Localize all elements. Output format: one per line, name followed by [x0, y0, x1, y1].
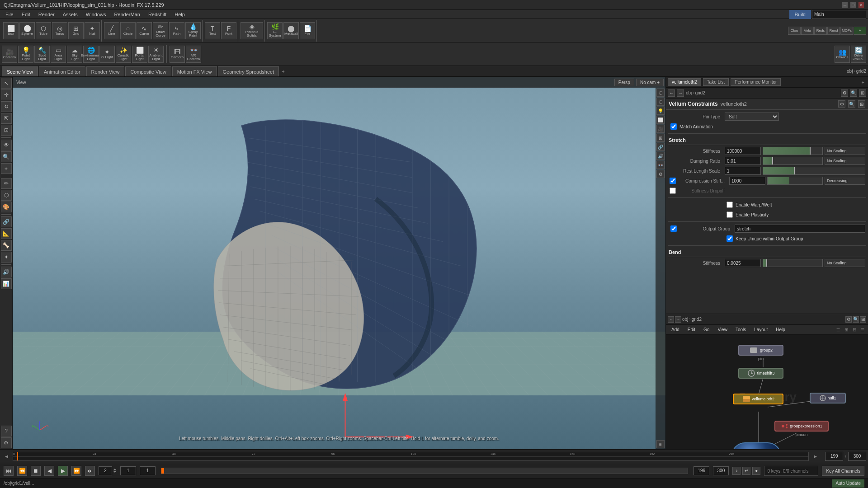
l-system-tool[interactable]: 🌿L-System	[267, 22, 283, 39]
frame-up-btn[interactable]	[113, 469, 117, 470]
vp-cam-btn[interactable]: 🎥	[656, 125, 665, 133]
match-animation-checkbox[interactable]	[670, 123, 677, 130]
rp-tab-take-list[interactable]: Take List	[703, 78, 729, 86]
main-dropdown[interactable]: Main	[812, 10, 866, 19]
compression-stiff-checkbox[interactable]	[670, 178, 676, 184]
stiffness-scaling[interactable]: No Scaling	[825, 147, 865, 155]
tube-tool[interactable]: ⬡Tube	[36, 22, 51, 39]
key-all-channels-btn[interactable]: Key All Channels	[822, 466, 864, 476]
mops-tab[interactable]: MOPs	[840, 27, 853, 35]
vellum-settings-btn[interactable]: ⚙	[838, 100, 845, 108]
pose-tool[interactable]: 🦴	[1, 240, 12, 251]
menu-renderman[interactable]: RenderMan	[110, 10, 143, 19]
sky-light-btn[interactable]: ☁Sky Light	[67, 46, 82, 63]
area-light-btn[interactable]: ▭Area Light	[51, 46, 66, 63]
caustic-light-btn[interactable]: ✨Caustic Light	[116, 46, 131, 63]
current-frame-display[interactable]	[693, 466, 709, 475]
rp-tab-performance[interactable]: Performance Monitor	[731, 78, 781, 86]
menu-file[interactable]: File	[2, 10, 17, 19]
spot-light-btn[interactable]: 🔦Spot Light	[34, 46, 50, 63]
play-back-btn[interactable]: ◀	[44, 466, 54, 476]
spray-paint-tool[interactable]: 💧Spray Paint	[185, 22, 201, 39]
ambient-light-btn[interactable]: ☀Ambient Light	[148, 46, 164, 63]
no-cam-dropdown[interactable]: No cam +	[636, 79, 664, 86]
metaball-tool[interactable]: ⬤Metaball	[283, 22, 299, 39]
rp-forward-btn[interactable]: →	[677, 89, 684, 97]
damping-slider[interactable]	[763, 157, 823, 165]
vp-light-btn[interactable]: 💡	[656, 107, 665, 115]
settings-btn[interactable]: ⚙	[1, 437, 12, 448]
current-frame-input[interactable]	[825, 452, 843, 461]
play-fwd-btn[interactable]: ▶	[58, 466, 68, 476]
ng-menu-help[interactable]: Help	[772, 325, 789, 335]
step-back-btn[interactable]: ⏪	[17, 466, 27, 476]
vellum-expand-btn[interactable]: ⊞	[858, 100, 865, 108]
camera2-btn[interactable]: 🎞Camera	[170, 46, 185, 63]
draw-curve-tool[interactable]: ✏Draw Curve	[153, 22, 168, 39]
snap-tool[interactable]: 🔗	[1, 216, 12, 227]
node-vellumcloth2[interactable]: vellumcloth2	[733, 394, 783, 404]
stiffness-slider[interactable]	[763, 147, 823, 155]
stop-btn[interactable]: ⏹	[31, 466, 41, 476]
rest-length-slider[interactable]	[763, 167, 865, 175]
menu-render[interactable]: Render	[35, 10, 58, 19]
output-group-checkbox[interactable]	[670, 225, 677, 232]
end-frame-input[interactable]	[848, 452, 866, 461]
node-null1[interactable]: null1	[810, 393, 846, 404]
environment-light-btn[interactable]: 🌐Environment Light	[83, 46, 99, 63]
platonic-solids-tool[interactable]: ◈Platonic Solids	[241, 22, 263, 39]
node-groupexpression1[interactable]: groupexpression1 pincon	[774, 421, 829, 437]
viewport[interactable]: View Persp No cam + ⬡ ⬡ 💡 ⬜ 🎥 ⊞ 🔗 🔊 👓 ⚙ …	[13, 77, 665, 449]
output-group-input[interactable]	[735, 225, 865, 233]
menu-edit[interactable]: Edit	[18, 10, 34, 19]
playhead-frame-input[interactable]	[99, 466, 112, 475]
compression-stiff-input[interactable]	[729, 177, 765, 185]
ng-filter-btn[interactable]: ≡	[835, 326, 842, 333]
build-button[interactable]: Build	[789, 10, 811, 19]
ng-table-btn[interactable]: ⊞	[843, 327, 850, 332]
crowds-btn[interactable]: 👥Crowds	[835, 46, 850, 63]
ng-settings-btn[interactable]: ⚙	[845, 316, 852, 323]
tab-render-view[interactable]: Render View	[86, 66, 125, 76]
measure-tool[interactable]: 📐	[1, 228, 12, 239]
frame-down-btn[interactable]	[113, 471, 117, 473]
font-tool[interactable]: FFont	[221, 22, 236, 39]
maximize-button[interactable]: □	[850, 2, 856, 8]
ng-menu-edit[interactable]: Edit	[684, 325, 699, 335]
damping-scaling[interactable]: No Scaling	[825, 157, 865, 165]
vp-bottom-btn[interactable]: ≡	[656, 440, 665, 448]
damping-input[interactable]	[725, 157, 761, 165]
vr-camera-btn[interactable]: 👓VR Camera	[186, 46, 201, 63]
file-tool[interactable]: 📄File	[300, 22, 315, 39]
pin-type-select[interactable]: Soft	[725, 113, 779, 121]
auto-update-btn[interactable]: Auto Update	[832, 479, 864, 488]
scope-tool[interactable]: 📊	[1, 278, 12, 289]
rp-expand-btn[interactable]: ⊞	[859, 89, 866, 97]
tab-scene-view[interactable]: Scene View	[2, 66, 38, 76]
timeline-track[interactable]: 0 24 48 72 96 120 144 168 192 216	[13, 452, 809, 461]
rp-settings-btn[interactable]: ⚙	[841, 89, 848, 97]
ng-menu-view[interactable]: View	[714, 325, 731, 335]
compression-scaling[interactable]: Decreasing	[825, 177, 865, 185]
sphere-tool[interactable]: ⚪Sphere	[19, 22, 35, 39]
bend-stiffness-input[interactable]	[725, 259, 761, 267]
vp-shade-btn[interactable]: ⬡	[656, 89, 665, 97]
ng-menu-go[interactable]: Go	[700, 325, 713, 335]
minimize-button[interactable]: ─	[842, 2, 848, 8]
rend-tab[interactable]: Rend	[827, 27, 840, 35]
ng-menu-layout[interactable]: Layout	[750, 325, 771, 335]
add-shelf-tab[interactable]: +	[854, 27, 866, 35]
curve-tool[interactable]: ∿Curve	[137, 22, 152, 39]
rp-tab-vellumcloth2[interactable]: vellumcloth2	[668, 78, 701, 86]
chv-tab[interactable]: Clou	[788, 27, 801, 35]
poly-tool[interactable]: ⬡	[1, 190, 12, 201]
edit-tool[interactable]: ✏	[1, 178, 12, 189]
step-fwd-btn[interactable]: ⏩	[71, 466, 81, 476]
loop-btn[interactable]: ↩	[742, 467, 750, 475]
box-tool[interactable]: ⬜Box	[3, 22, 19, 39]
rp-search-btn[interactable]: 🔍	[850, 89, 857, 97]
inspect-tool[interactable]: 🔍	[1, 151, 12, 162]
move-tool[interactable]: ✛	[1, 89, 12, 100]
select-tool[interactable]: ↖	[1, 78, 12, 89]
drive-simula-btn[interactable]: 🔄Drive Simula...	[851, 46, 866, 63]
